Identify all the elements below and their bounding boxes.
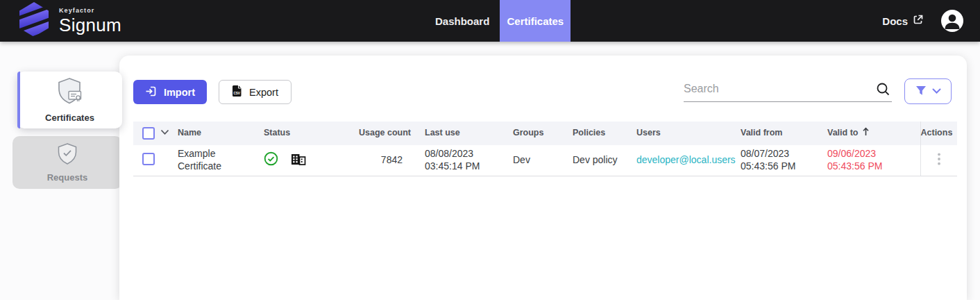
export-button-label: Export [249,87,278,98]
sidebar-item-requests[interactable]: Requests [12,136,122,189]
table-row: Example Certificate [133,145,957,176]
sidebar-item-label: Requests [47,172,88,183]
toolbar: Import CSV Export [119,56,967,122]
import-button[interactable]: Import [133,80,207,104]
column-header-valid-to[interactable]: Valid to [816,122,920,145]
shield-check-icon [55,142,80,169]
filter-button[interactable] [904,78,952,104]
column-header-groups[interactable]: Groups [502,122,561,145]
column-header-valid-from[interactable]: Valid from [729,122,816,145]
row-checkbox[interactable] [142,153,155,165]
column-header-policies[interactable]: Policies [561,122,625,145]
row-actions-kebab-icon[interactable] [932,150,946,172]
export-button[interactable]: CSV Export [219,80,292,104]
valid-check-icon [264,151,278,169]
brand-logo: Keyfactor Signum [18,0,121,42]
column-header-actions: Actions [920,122,957,145]
filter-funnel-icon [915,85,927,98]
cell-name: Example Certificate [178,145,253,176]
primary-nav: Dashboard Certificates [427,0,571,42]
import-button-label: Import [164,87,195,98]
column-header-name[interactable]: Name [178,122,253,145]
cell-last-use: 08/08/2023 03:45:14 PM [414,145,502,176]
column-header-status[interactable]: Status [253,122,359,145]
nav-item-dashboard[interactable]: Dashboard [427,15,498,27]
column-header-select [133,122,178,145]
shield-certificate-icon [55,77,85,109]
sidebar-item-label: Certificates [45,112,94,123]
top-nav: Keyfactor Signum Dashboard Certificates … [0,0,980,42]
svg-text:CSV: CSV [233,92,240,95]
docs-link[interactable]: Docs [882,15,923,27]
cell-valid-to: 09/06/2023 05:43:56 PM [816,145,920,176]
chevron-down-icon [932,86,941,97]
select-all-checkbox[interactable] [142,127,155,140]
cell-usage-count: 7842 [359,145,414,176]
keyfactor-logo-icon [18,2,50,40]
search-input[interactable] [684,78,871,99]
brand-product: Signum [59,16,121,34]
column-header-users[interactable]: Users [625,122,729,145]
nav-item-certificates[interactable]: Certificates [500,0,571,42]
select-menu-chevron-down-icon[interactable] [160,128,169,139]
search-icon[interactable] [876,82,890,99]
cell-status [253,145,359,176]
cell-valid-from: 08/07/2023 05:43:56 PM [729,145,816,176]
sidebar-item-certificates[interactable]: Certificates [17,72,122,128]
certificates-table: Name Status Usage count Last use Groups … [133,122,957,176]
import-icon [145,85,157,99]
csv-file-icon: CSV [232,85,242,99]
certificates-panel: Import CSV Export [119,56,967,300]
search-field [684,78,892,102]
cell-users-link[interactable]: developer@local.users [625,145,729,176]
column-header-last-use[interactable]: Last use [414,122,502,145]
cell-policies: Dev policy [561,145,625,176]
cell-groups: Dev [502,145,561,176]
avatar[interactable] [941,10,963,32]
sort-asc-icon [862,127,870,140]
table-header-row: Name Status Usage count Last use Groups … [133,122,957,145]
external-link-icon [913,15,923,27]
docs-label: Docs [882,15,908,27]
organization-icon [291,152,306,169]
brand-company: Keyfactor [59,8,121,14]
column-header-usage-count[interactable]: Usage count [359,122,414,145]
